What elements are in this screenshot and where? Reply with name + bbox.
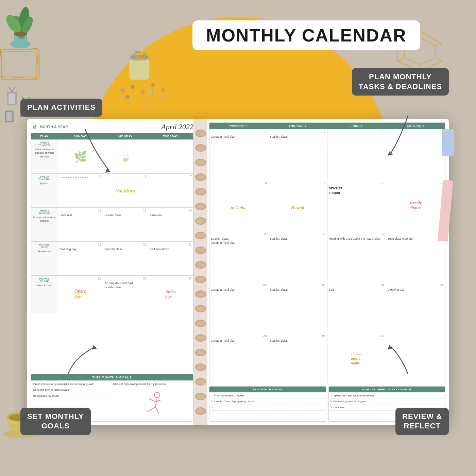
svg-marker-56 <box>92 345 97 350</box>
annotation-arrows <box>0 0 476 476</box>
